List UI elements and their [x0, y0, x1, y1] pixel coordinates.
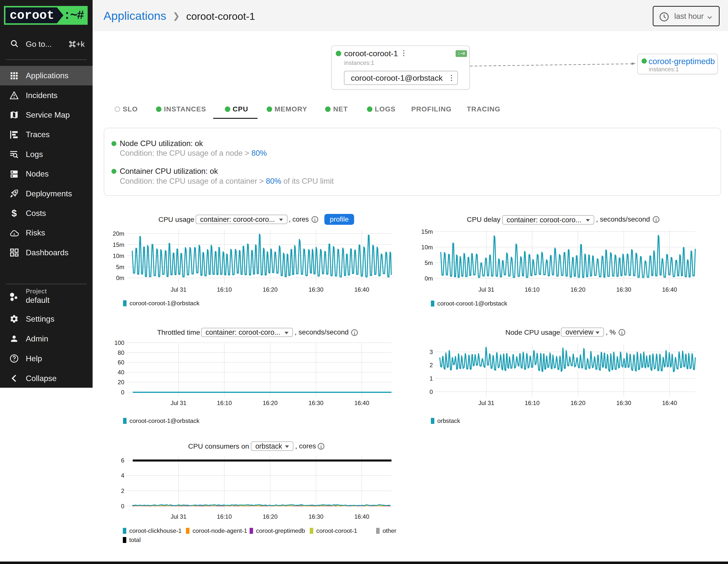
- svg-text:5m: 5m: [425, 259, 433, 266]
- svg-text:Jul 31: Jul 31: [171, 286, 186, 293]
- svg-text:16:10: 16:10: [525, 400, 540, 406]
- svg-text:16:40: 16:40: [354, 286, 369, 293]
- svg-text:Jul 31: Jul 31: [171, 513, 186, 520]
- svg-text:16:10: 16:10: [525, 286, 540, 293]
- svg-text:16:30: 16:30: [309, 513, 323, 520]
- svg-text:16:40: 16:40: [662, 400, 677, 406]
- svg-text:16:30: 16:30: [616, 286, 631, 293]
- svg-text:16:10: 16:10: [217, 286, 232, 293]
- svg-text:0: 0: [121, 389, 124, 396]
- svg-text:16:30: 16:30: [309, 400, 323, 406]
- svg-text:80: 80: [118, 349, 124, 356]
- svg-text:Jul 31: Jul 31: [478, 400, 494, 406]
- svg-text:15m: 15m: [113, 241, 124, 248]
- svg-text:40: 40: [118, 369, 124, 376]
- svg-text:15m: 15m: [421, 228, 433, 235]
- svg-text:16:20: 16:20: [571, 400, 585, 406]
- svg-text:Jul 31: Jul 31: [478, 286, 494, 293]
- svg-text:16:40: 16:40: [354, 400, 369, 406]
- svg-text:0m: 0m: [425, 275, 433, 282]
- svg-text:0m: 0m: [116, 275, 124, 281]
- svg-text:Jul 31: Jul 31: [171, 400, 186, 406]
- svg-text:20: 20: [118, 379, 124, 385]
- svg-text:10m: 10m: [113, 253, 124, 259]
- svg-text:3: 3: [430, 349, 433, 355]
- svg-text:16:10: 16:10: [217, 513, 232, 520]
- svg-text:100: 100: [114, 339, 124, 346]
- svg-text:16:20: 16:20: [263, 513, 278, 520]
- svg-text:2: 2: [121, 487, 124, 494]
- svg-text:16:30: 16:30: [616, 400, 631, 406]
- svg-text:5m: 5m: [116, 264, 124, 270]
- svg-text:6: 6: [121, 457, 124, 464]
- svg-text:16:20: 16:20: [263, 286, 278, 293]
- svg-text:16:20: 16:20: [263, 400, 278, 406]
- svg-text:1: 1: [430, 375, 433, 382]
- svg-text:10m: 10m: [421, 244, 433, 251]
- svg-text:20m: 20m: [113, 230, 124, 237]
- svg-text:16:40: 16:40: [354, 513, 369, 520]
- svg-text:16:10: 16:10: [217, 400, 232, 406]
- svg-text:0: 0: [430, 388, 433, 395]
- svg-text:4: 4: [121, 472, 124, 479]
- svg-text:2: 2: [430, 362, 433, 368]
- svg-text:16:40: 16:40: [662, 286, 677, 293]
- svg-text:0: 0: [121, 503, 124, 510]
- svg-text:16:20: 16:20: [571, 286, 585, 293]
- svg-text:16:30: 16:30: [309, 286, 323, 293]
- svg-text:60: 60: [118, 359, 124, 366]
